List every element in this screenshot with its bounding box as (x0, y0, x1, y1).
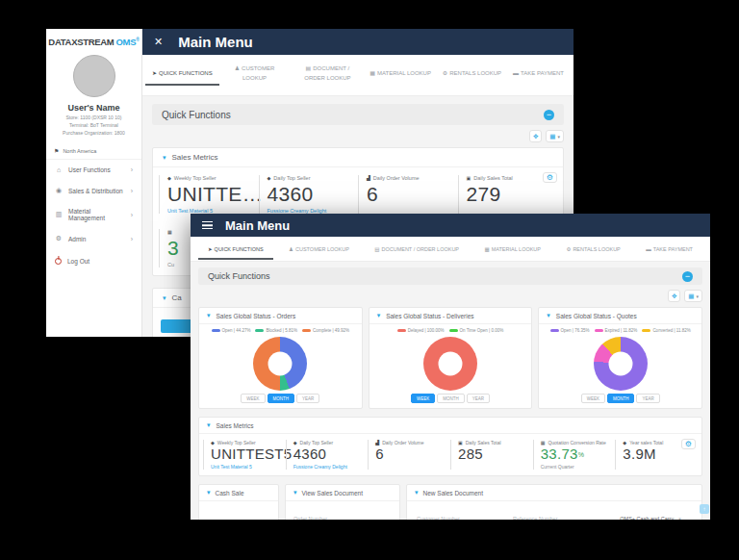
tab-document-order-lookup[interactable]: ▤DOCUMENT / ORDER LOOKUP (295, 60, 359, 89)
grid-icon: ▦ (370, 70, 375, 76)
truck-icon: ▥ (55, 211, 63, 218)
caret-down-icon: ▾ (557, 134, 560, 140)
card-icon: ▬ (646, 246, 651, 252)
legend-swatch (595, 329, 603, 333)
sidebar-item-admin[interactable]: ⚙ Admin › (46, 228, 141, 249)
period-week-button[interactable]: WEEK (241, 394, 265, 403)
tab-quick-functions[interactable]: ➤QUICK FUNCTIONS (151, 64, 214, 86)
legend-swatch (255, 329, 264, 333)
section-title: Quick Functions (162, 110, 231, 120)
logo-oms: OMS (115, 37, 136, 47)
sidebar-item-sales-distribution[interactable]: ◉ Sales & Distribution › (46, 180, 141, 201)
tab-document-order-lookup[interactable]: ▤DOCUMENT / ORDER LOOKUP (372, 239, 461, 260)
new-sales-document-panel: ▾ New Sales Document OMS+ Cash and Carry… (406, 484, 702, 520)
back-window-title: Main Menu (178, 34, 253, 50)
sales-metrics-header[interactable]: ▾ Sales Metrics (153, 148, 563, 167)
tab-quick-functions[interactable]: ➤QUICK FUNCTIONS (206, 239, 266, 260)
collapse-button[interactable]: − (682, 271, 693, 282)
new-sales-header[interactable]: ▾ New Sales Document (407, 485, 701, 501)
cart-icon: ▤ (374, 246, 379, 252)
order-number-input[interactable] (293, 513, 392, 520)
period-year-button[interactable]: YEAR (296, 394, 319, 403)
chart-header[interactable]: ▾ Sales Global Status - Orders (199, 308, 362, 324)
user-terminal: Terminal: BoT Terminal (46, 122, 141, 128)
tab-rentals-lookup[interactable]: ⚙RENTALS LOOKUP (442, 64, 502, 86)
period-week-button[interactable]: WEEK (411, 394, 435, 403)
period-month-button[interactable]: MONTH (437, 394, 465, 403)
close-icon[interactable]: ✕ (154, 36, 163, 48)
front-window: Main Menu ➤QUICK FUNCTIONS ♟CUSTOMER LOO… (191, 214, 710, 520)
period-month-button[interactable]: MONTH (268, 394, 295, 403)
customer-number-input[interactable] (417, 513, 499, 520)
cash-sale-header[interactable]: ▾ Cash Sale (199, 485, 278, 501)
legend-swatch (449, 329, 458, 333)
chevron-down-icon: ▾ (377, 312, 381, 319)
tab-rentals-lookup[interactable]: ⚙RENTALS LOOKUP (564, 239, 622, 260)
person-icon: ♟ (235, 65, 240, 71)
period-week-button[interactable]: WEEK (581, 394, 605, 403)
expand-button[interactable]: ✥ (668, 290, 680, 302)
expand-button[interactable]: ✥ (529, 130, 542, 142)
chevron-right-icon: › (131, 188, 133, 194)
chart-header[interactable]: ▾ Sales Global Status - Quotes (539, 308, 701, 324)
sales-icon: ◉ (55, 187, 63, 194)
layout-button[interactable]: ▦▾ (684, 290, 702, 302)
flag-icon: ⚑ (54, 147, 59, 154)
order-type-select[interactable]: OMS+ Cash and Carry ▾ (609, 513, 692, 520)
chart-header[interactable]: ▾ Sales Global Status - Deliveries (370, 308, 532, 324)
menu-icon[interactable] (202, 221, 213, 229)
chevron-right-icon: › (131, 166, 133, 173)
chart-legend: Delayed | 100.00% On Time Open | 0.00% (397, 328, 504, 333)
settings-button[interactable]: ⚙ (681, 439, 696, 449)
region-selector[interactable]: ⚑ North America (46, 141, 141, 160)
period-month-button[interactable]: MONTH (607, 394, 635, 403)
card-icon: ▬ (513, 70, 519, 76)
period-year-button[interactable]: YEAR (467, 394, 490, 403)
plane-icon: ➤ (152, 70, 157, 76)
tab-take-payment[interactable]: ▬TAKE PAYMENT (512, 64, 565, 86)
caret-down-icon: ▾ (678, 516, 681, 520)
metric-link[interactable]: Unit Test Material 5 (211, 464, 279, 470)
metric-link[interactable]: Fussione Creamy Delight (293, 464, 362, 470)
tab-material-lookup[interactable]: ▦MATERIAL LOOKUP (482, 239, 543, 260)
chart-card-quotes: ▾ Sales Global Status - Quotes Open | 76… (538, 307, 702, 409)
period-buttons: WEEK MONTH YEAR (581, 394, 660, 403)
tag-icon: ◆ (268, 175, 271, 181)
bar-chart-icon: ▟ (367, 175, 370, 181)
view-sales-header[interactable]: ▾ View Sales Document (286, 485, 399, 501)
toolbar: ✥ ▦▾ (152, 130, 564, 142)
reference-number-input[interactable] (513, 513, 596, 520)
plane-icon: ➤ (208, 246, 213, 252)
donut-chart-quotes (594, 337, 648, 391)
grid-icon: ▦ (688, 293, 694, 299)
tab-material-lookup[interactable]: ▦MATERIAL LOOKUP (369, 64, 432, 86)
chevron-down-icon: ▾ (163, 154, 166, 162)
tab-customer-lookup[interactable]: ♟CUSTOMER LOOKUP (223, 60, 287, 89)
metric-daily-order-volume: ▟Daily Order Volume 6 (368, 440, 450, 470)
collapse-button[interactable]: − (544, 110, 554, 120)
metric-daily-top-seller: ◆Daily Top Seller 4360 Fussione Creamy D… (286, 440, 369, 470)
cash-sale-panel: ▾ Cash Sale CASH SALE (198, 484, 279, 520)
sales-metrics-header[interactable]: ▾ Sales Metrics (199, 418, 701, 434)
caret-down-icon: ▾ (696, 293, 699, 299)
tab-take-payment[interactable]: ▬TAKE PAYMENT (644, 239, 695, 260)
tab-customer-lookup[interactable]: ♟CUSTOMER LOOKUP (287, 239, 351, 260)
period-year-button[interactable]: YEAR (636, 394, 659, 403)
metrics-row: ◆Weekly Top Seller UNITTEST5 Unit Test M… (199, 434, 701, 475)
logout-button[interactable]: Log Out (46, 251, 141, 271)
tag-icon: ◆ (167, 175, 171, 181)
legend-swatch (642, 329, 650, 333)
chart-card-deliveries: ▾ Sales Global Status - Deliveries Delay… (369, 307, 533, 409)
view-sales-document-panel: ▾ View Sales Document DISPLAY (285, 484, 400, 520)
user-name: User's Name (46, 103, 141, 113)
back-tab-bar: ➤QUICK FUNCTIONS ♟CUSTOMER LOOKUP ▤DOCUM… (142, 55, 573, 96)
legend-swatch (397, 329, 406, 333)
sidebar-item-material-management[interactable]: ▥ Material Management › (46, 201, 141, 228)
layout-button[interactable]: ▦▾ (546, 130, 564, 142)
chevron-down-icon: ▾ (207, 312, 211, 319)
metric-weekly-top-seller: ◆Weekly Top Seller UNITTE… Unit Test Mat… (159, 175, 259, 214)
sidebar-item-user-functions[interactable]: ⌂ User Functions › (46, 160, 141, 180)
settings-button[interactable]: ⚙ (543, 172, 557, 183)
scroll-top-button[interactable]: ↑ (700, 504, 709, 514)
sidebar: DATAXSTREAMOMS® User's Name Store: 1100 … (46, 29, 142, 337)
